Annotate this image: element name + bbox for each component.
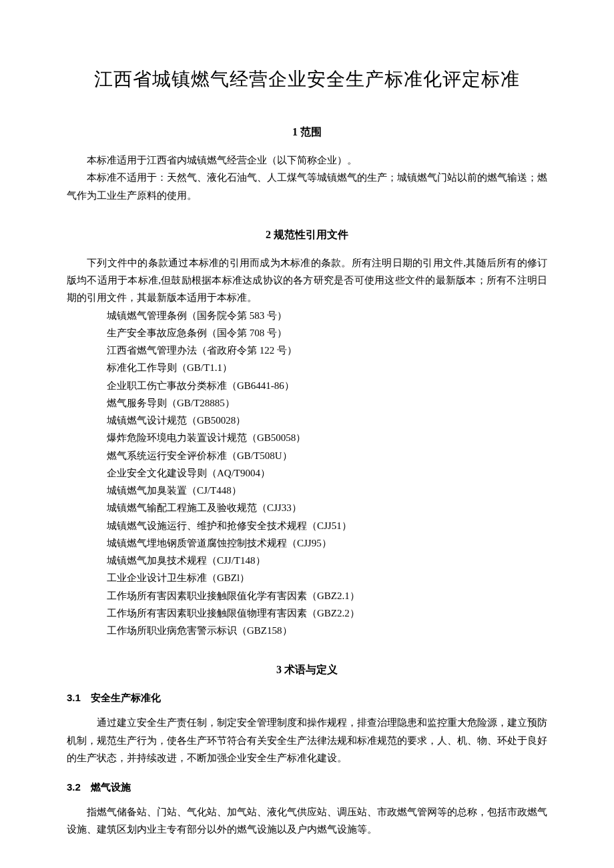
reference-item: 工作场所有害因素职业接触限值物理有害因素（GBZ2.2） — [67, 604, 547, 622]
section-3-heading: 3 术语与定义 — [67, 663, 547, 677]
reference-item: 城镇燃气加臭技术规程（CJJ/T148） — [67, 552, 547, 569]
subsection-3-1-heading: 3.1 安全生产标准化 — [67, 692, 547, 705]
reference-item: 生产安全事故应急条例（国令第 708 号） — [67, 324, 547, 342]
reference-item: 城镇燃气加臭装置（CJ/T448） — [67, 482, 547, 499]
subsection-3-2-heading: 3.2 燃气设施 — [67, 781, 547, 794]
section-2-heading: 2 规范性引用文件 — [67, 228, 547, 242]
reference-item: 城镇燃气设计规范（GB50028） — [67, 412, 547, 429]
s1-paragraph-2: 本标准不适用于：天然气、液化石油气、人工煤气等城镇燃气的生产；城镇燃气门站以前的… — [67, 169, 547, 204]
section-2-intro: 下列文件中的条款通过本标准的引用而成为木标准的条款。所有注明日期的引用文件,其随… — [67, 254, 547, 307]
reference-item: 工作场所职业病危害警示标识（GBZ158） — [67, 622, 547, 639]
subsection-3-1-body: 通过建立安全生产责任制，制定安全管理制度和操作规程，排查治理隐患和监控重大危险源… — [67, 714, 547, 767]
reference-item: 燃气服务导则（GB/T28885） — [67, 394, 547, 412]
section-1-body: 本标准适用于江西省内城镇燃气经营企业（以下简称企业）。 本标准不适用于：天然气、… — [67, 151, 547, 204]
subsection-3-2-body: 指燃气储备站、门站、气化站、加气站、液化气供应站、调压站、市政燃气管网等的总称，… — [67, 803, 547, 839]
s3-1-paragraph: 通过建立安全生产责任制，制定安全管理制度和操作规程，排查治理隐患和监控重大危险源… — [67, 714, 547, 767]
reference-item: 城镇燃气输配工程施工及验收规范（CJJ33） — [67, 499, 547, 516]
s2-intro-paragraph: 下列文件中的条款通过本标准的引用而成为木标准的条款。所有注明日期的引用文件,其随… — [67, 254, 547, 307]
reference-item: 标准化工作导则（GB/T1.1） — [67, 359, 547, 376]
reference-item: 江西省燃气管理办法（省政府令第 122 号） — [67, 342, 547, 359]
reference-item: 工业企业设计卫生标准（GBZl） — [67, 569, 547, 586]
reference-item: 城镇燃气设施运行、维护和抢修安全技术规程（CJJ51） — [67, 517, 547, 534]
reference-item: 工作场所有害因素职业接触限值化学有害因素（GBZ2.1） — [67, 587, 547, 604]
s3-2-paragraph: 指燃气储备站、门站、气化站、加气站、液化气供应站、调压站、市政燃气管网等的总称，… — [67, 803, 547, 839]
reference-item: 燃气系统运行安全评价标准（GB/T508U） — [67, 447, 547, 464]
s1-paragraph-1: 本标准适用于江西省内城镇燃气经营企业（以下简称企业）。 — [67, 151, 547, 169]
document-title: 江西省城镇燃气经营企业安全生产标准化评定标准 — [67, 67, 547, 92]
reference-item: 企业职工伤亡事故分类标准（GB6441-86） — [67, 377, 547, 394]
reference-item: 企业安全文化建设导则（AQ/T9004） — [67, 464, 547, 482]
reference-item: 爆炸危险环境电力装置设计规范（GB50058） — [67, 429, 547, 446]
reference-item: 城镇燃气管理条例（国务院令第 583 号） — [67, 307, 547, 324]
section-1-heading: 1 范围 — [67, 125, 547, 139]
reference-item: 城镇燃气埋地钢质管道腐蚀控制技术规程（CJJ95） — [67, 534, 547, 552]
reference-list: 城镇燃气管理条例（国务院令第 583 号） 生产安全事故应急条例（国令第 708… — [67, 307, 547, 640]
